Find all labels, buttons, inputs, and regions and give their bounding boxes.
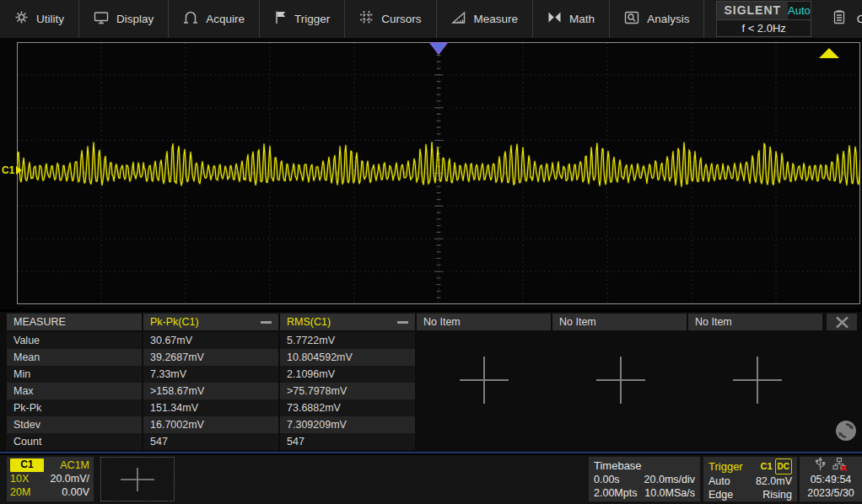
trigger-slope: Rising	[762, 488, 792, 501]
close-measure-panel-button[interactable]	[827, 314, 857, 330]
measure-column-pkpk[interactable]: Pk-Pk(C1)	[143, 314, 278, 330]
timebase-scale: 20.0ms/div	[644, 473, 695, 486]
analysis-icon	[624, 11, 639, 28]
lan-disconnected-icon	[832, 457, 848, 475]
trigger-level-marker[interactable]	[818, 47, 840, 62]
stat-value: 547	[143, 433, 278, 450]
menu-item-cursors[interactable]: Cursors	[345, 0, 436, 38]
menu-label: Math	[569, 13, 595, 25]
measure-column-label: No Item	[695, 316, 732, 328]
stat-value: 10.804592mV	[280, 349, 415, 366]
menu-item-acquire[interactable]: Acquire	[169, 0, 260, 38]
measure-column-label: No Item	[559, 316, 596, 328]
clipboard-icon	[833, 10, 845, 28]
channel1-position-marker[interactable]: C1	[2, 164, 22, 176]
stat-label: Value	[7, 332, 142, 349]
trigger-frequency: f < 2.0Hz	[717, 19, 810, 36]
stat-value: >158.67mV	[143, 383, 278, 399]
system-time: 05:49:54	[800, 473, 862, 486]
stat-label: Stdev	[7, 416, 142, 433]
channel-volts-div: 20.0mV/	[50, 472, 89, 485]
measure-column-empty-3[interactable]: No Item	[688, 314, 822, 330]
channel1-settings-box[interactable]: C1 AC1M 10X 20.0mV/ 20M 0.00V	[7, 457, 94, 501]
timebase-title: Timebase	[594, 458, 695, 473]
stat-label: Min	[7, 366, 142, 383]
measure-column-label: No Item	[423, 316, 461, 328]
stat-value: 7.33mV	[143, 366, 278, 383]
table-row-min: Min 7.33mV 2.1096mV	[7, 366, 415, 383]
stat-value: 30.67mV	[143, 332, 278, 349]
flag-icon	[274, 10, 287, 28]
menu-label: Acquire	[206, 13, 245, 25]
waveform-display-area: C1	[0, 38, 862, 309]
measure-column-rms[interactable]: RMS(C1)	[280, 314, 415, 330]
menu-label: Display	[116, 13, 154, 25]
menu-item-math[interactable]: Math	[533, 0, 610, 38]
menu-label: Utility	[36, 13, 64, 25]
trigger-position-marker[interactable]	[429, 42, 448, 58]
timebase-sample-rate: 10.0MSa/s	[644, 486, 695, 500]
bottom-status-bar: C1 AC1M 10X 20.0mV/ 20M 0.00V Timebase 0…	[0, 455, 862, 504]
trigger-type: Edge	[708, 488, 733, 501]
add-measure-icon[interactable]	[731, 355, 784, 409]
measure-column-empty-1[interactable]: No Item	[417, 314, 551, 330]
channel1-marker-arrow-icon	[16, 166, 22, 174]
usb-icon	[815, 457, 826, 475]
trigger-coupling-badge: DC	[775, 458, 792, 475]
channel1-badge: C1	[10, 458, 44, 472]
stat-label: Mean	[7, 349, 142, 366]
table-row-max: Max >158.67mV >75.7978mV	[7, 383, 415, 399]
table-row-pkpk: Pk-Pk 151.34mV 73.6882mV	[7, 399, 415, 416]
trigger-level: 82.0mV	[756, 475, 792, 488]
gear-icon	[14, 10, 29, 28]
stat-value: >75.7978mV	[280, 383, 415, 399]
math-icon	[547, 11, 562, 27]
timebase-delay: 0.00s	[594, 473, 620, 486]
channel1-marker-label: C1	[2, 164, 14, 176]
add-measure-icon[interactable]	[458, 355, 510, 409]
active-channel-indicator[interactable]: C1	[833, 0, 862, 38]
stat-value: 7.309209mV	[280, 416, 415, 433]
measure-column-label: Pk-Pk(C1)	[150, 316, 199, 328]
table-row-value: Value 30.67mV 5.7722mV	[7, 332, 415, 349]
trigger-settings-box[interactable]: Trigger C1 DC Auto 82.0mV Edge Rising	[703, 457, 797, 501]
acquire-icon	[183, 11, 198, 28]
menu-item-display[interactable]: Display	[79, 0, 169, 38]
channel-offset: 0.00V	[62, 485, 89, 499]
measure-header-row: MEASURE Pk-Pk(C1) RMS(C1) No Item No Ite…	[7, 314, 857, 330]
stat-value: 2.1096mV	[280, 366, 415, 383]
measure-column-empty-2[interactable]: No Item	[552, 314, 687, 330]
channel-attenuation: 10X	[10, 472, 29, 485]
trigger-title: Trigger	[708, 459, 760, 474]
table-row-mean: Mean 39.2687mV 10.804592mV	[7, 349, 415, 366]
measure-column-label: RMS(C1)	[287, 316, 331, 328]
trigger-mode: Auto	[708, 475, 730, 488]
reset-statistics-icon[interactable]	[835, 420, 857, 445]
brand-status-block: SIGLENT Auto f < 2.0Hz	[716, 1, 811, 37]
timebase-settings-box[interactable]: Timebase 0.00s 20.0ms/div 2.00Mpts 10.0M…	[589, 457, 700, 501]
stat-value: 5.7722mV	[280, 332, 415, 349]
stat-value: 73.6882mV	[280, 399, 415, 416]
menu-item-analysis[interactable]: Analysis	[610, 0, 704, 38]
measure-panel: MEASURE Pk-Pk(C1) RMS(C1) No Item No Ite…	[0, 312, 862, 453]
menu-label: Cursors	[381, 13, 421, 25]
plus-icon	[116, 466, 159, 493]
menu-item-utility[interactable]: Utility	[0, 0, 79, 38]
stat-value: 39.2687mV	[143, 349, 278, 366]
measure-icon	[451, 11, 466, 28]
remove-measure-icon[interactable]	[397, 321, 408, 324]
add-channel-button[interactable]	[100, 457, 175, 501]
active-channel-label: C1	[857, 13, 862, 25]
menu-item-trigger[interactable]: Trigger	[260, 0, 345, 38]
channel-coupling: AC1M	[60, 458, 89, 472]
remove-measure-icon[interactable]	[261, 321, 272, 324]
measure-panel-title: MEASURE	[7, 314, 142, 330]
system-date: 2023/5/30	[800, 486, 862, 500]
menu-item-measure[interactable]: Measure	[437, 0, 534, 38]
menu-label: Analysis	[647, 13, 689, 25]
stat-label: Max	[7, 383, 142, 399]
acquisition-status: Auto	[788, 2, 811, 19]
stat-value: 16.7002mV	[143, 416, 278, 433]
table-row-stdev: Stdev 16.7002mV 7.309209mV	[7, 416, 415, 433]
add-measure-icon[interactable]	[595, 355, 647, 409]
